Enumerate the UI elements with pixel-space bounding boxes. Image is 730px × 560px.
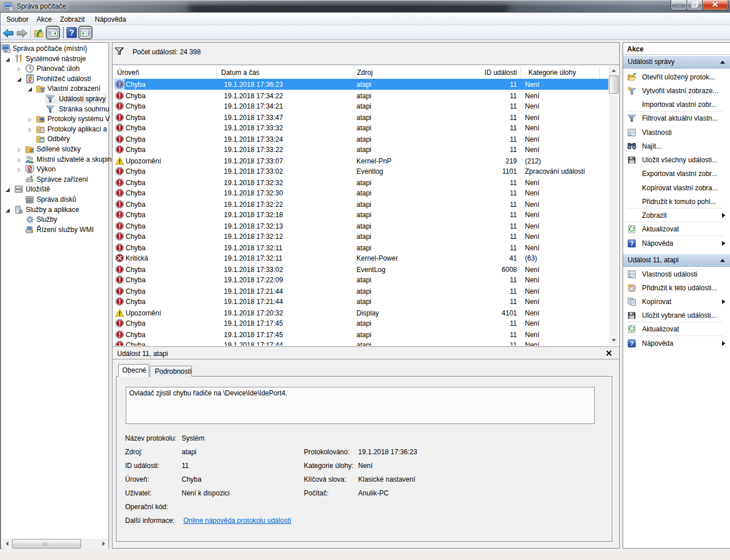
svg-text:?: ? [69,28,74,37]
svg-text:?: ? [630,240,634,247]
svg-text:?: ? [630,340,634,347]
